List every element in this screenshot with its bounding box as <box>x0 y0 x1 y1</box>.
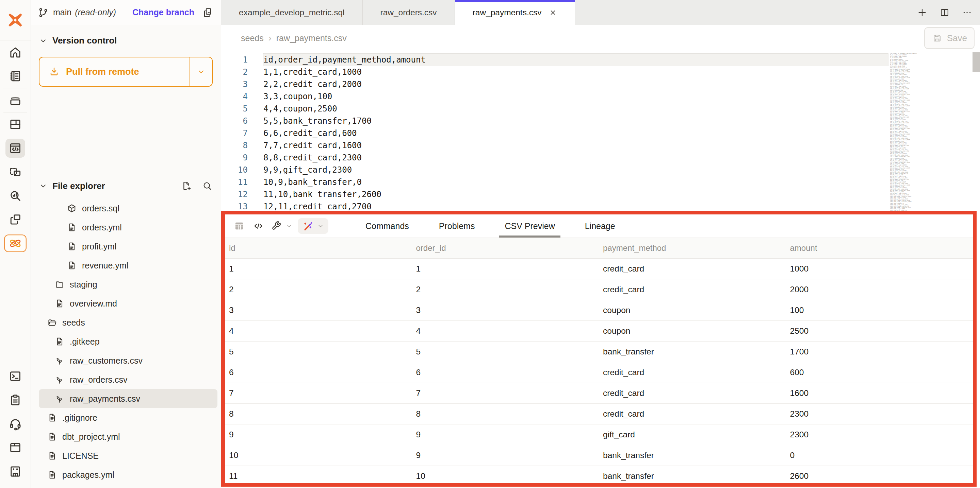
line-number: 3 <box>221 79 248 89</box>
sidebar: main (read-only) Change branch Version c… <box>30 0 221 488</box>
editor-tab-raw_orders.csv[interactable]: raw_orders.csv <box>363 0 455 25</box>
panel-tool-table[interactable] <box>230 217 249 236</box>
pull-from-remote-button[interactable]: Pull from remote <box>39 57 213 87</box>
code-line-8[interactable]: 87,7,credit_card,1600 <box>221 139 888 152</box>
minimap[interactable]: id,order_id,payment_method,amount1,1,cre… <box>890 53 917 211</box>
rail-item-notebook[interactable] <box>3 64 27 88</box>
file-item-staging[interactable]: staging <box>39 275 218 294</box>
code-line-12[interactable]: 1211,10,bank_transfer,2600 <box>221 188 888 201</box>
line-number: 6 <box>221 116 248 126</box>
code-line-1[interactable]: 1id,order_id,payment_method,amount <box>221 54 888 66</box>
dbt-x-logo-icon <box>6 11 24 29</box>
code-line-7[interactable]: 76,6,credit_card,600 <box>221 127 888 139</box>
rail-item-home[interactable] <box>3 40 27 64</box>
file-item-raw_orders.csv[interactable]: raw_orders.csv <box>39 370 218 389</box>
rail-item-inbox-drawer[interactable] <box>3 88 27 112</box>
branch-bar: main (read-only) Change branch <box>30 0 221 25</box>
more-options-button[interactable] <box>962 7 972 18</box>
line-text: 12,11,credit_card,2700 <box>263 201 888 211</box>
panel-tool-code-tag[interactable] <box>249 217 268 236</box>
line-number: 9 <box>221 153 248 162</box>
code-line-6[interactable]: 65,5,bank_transfer,1700 <box>221 115 888 127</box>
new-tab-button[interactable] <box>917 7 928 18</box>
app-logo[interactable] <box>0 0 30 40</box>
file-item-revenue.yml[interactable]: revenue.yml <box>39 256 218 275</box>
csv-cell: 8 <box>412 409 599 419</box>
copy-branch-button[interactable] <box>202 7 213 18</box>
tab-label: raw_payments.csv <box>473 8 542 17</box>
rail-item-browser-window[interactable] <box>3 436 27 459</box>
pull-options-dropdown[interactable] <box>189 57 212 86</box>
file-item-packages.yml[interactable]: packages.yml <box>39 465 218 484</box>
split-editor-button[interactable] <box>939 7 950 18</box>
panel-tab-Commands[interactable]: Commands <box>350 214 424 238</box>
save-button[interactable]: Save <box>924 27 975 49</box>
chevron-down-icon[interactable] <box>39 181 48 190</box>
code-editor[interactable]: 1id,order_id,payment_method,amount21,1,c… <box>221 51 980 211</box>
csv-cell: 1 <box>225 264 412 274</box>
file-item-raw_customers.csv[interactable]: raw_customers.csv <box>39 351 218 370</box>
main-area: example_develop_metric.sqlraw_orders.csv… <box>221 0 980 488</box>
line-number: 7 <box>221 128 248 138</box>
line-text: 6,6,credit_card,600 <box>263 127 888 139</box>
csv-cell: bank_transfer <box>599 451 786 460</box>
editor-tab-example_develop_metric.sql[interactable]: example_develop_metric.sql <box>221 0 363 25</box>
file-explorer-title: File explorer <box>52 181 105 191</box>
file-item-.gitkeep[interactable]: .gitkeep <box>39 332 218 351</box>
rail-item-atom[interactable] <box>3 231 27 255</box>
rail-item-terminal[interactable] <box>3 364 27 388</box>
file-item-dbt_project.yml[interactable]: dbt_project.yml <box>39 427 218 446</box>
rail-item-windows[interactable] <box>3 208 27 231</box>
close-tab-icon[interactable] <box>549 8 557 17</box>
rail-item-building[interactable] <box>3 459 27 483</box>
file-item-.gitignore[interactable]: .gitignore <box>39 408 218 427</box>
breadcrumb-separator: › <box>269 33 272 43</box>
file-doc-icon <box>67 241 77 252</box>
code-line-9[interactable]: 98,8,credit_card,2300 <box>221 152 888 164</box>
change-branch-link[interactable]: Change branch <box>132 8 194 17</box>
rail-item-selection-frame[interactable] <box>3 160 27 184</box>
line-text: 2,2,credit_card,2000 <box>263 78 888 90</box>
panel-tab-Problems[interactable]: Problems <box>424 214 490 238</box>
editor-scrollbar-thumb[interactable] <box>972 52 980 72</box>
editor-tab-raw_payments.csv[interactable]: raw_payments.csv <box>455 0 575 25</box>
file-item-profit.yml[interactable]: profit.yml <box>39 237 218 256</box>
panel-tool-wrench[interactable] <box>270 220 293 232</box>
code-line-10[interactable]: 109,9,gift_card,2300 <box>221 164 888 176</box>
file-item-raw_payments.csv[interactable]: raw_payments.csv <box>39 389 218 408</box>
panel-tab-CSV Preview[interactable]: CSV Preview <box>490 214 570 238</box>
file-item-seeds[interactable]: seeds <box>39 313 218 332</box>
csv-cell: 5 <box>225 347 412 356</box>
file-item-overview.md[interactable]: overview.md <box>39 294 218 313</box>
file-item-orders.yml[interactable]: orders.yml <box>39 218 218 237</box>
panel-tool-magic-wand[interactable] <box>298 218 328 234</box>
inbox-drawer-icon <box>8 93 22 108</box>
rail-item-clipboard[interactable] <box>3 388 27 412</box>
file-item-LICENSE[interactable]: LICENSE <box>39 446 218 465</box>
file-item-label: raw_customers.csv <box>70 356 143 366</box>
rail-item-headset[interactable] <box>3 412 27 436</box>
code-line-5[interactable]: 54,4,coupon,2500 <box>221 103 888 115</box>
code-line-11[interactable]: 1110,9,bank_transfer,0 <box>221 176 888 188</box>
code-line-4[interactable]: 43,3,coupon,100 <box>221 90 888 103</box>
chevron-down-icon[interactable] <box>39 36 48 45</box>
file-item-label: raw_orders.csv <box>70 375 127 385</box>
search-files-button[interactable] <box>202 181 213 191</box>
code-line-13[interactable]: 1312,11,credit_card,2700 <box>221 201 888 211</box>
tabbar-actions <box>917 0 980 25</box>
code-line-2[interactable]: 21,1,credit_card,1000 <box>221 66 888 78</box>
rail-item-layout-grid[interactable] <box>3 112 27 136</box>
panel-tab-Lineage[interactable]: Lineage <box>570 214 630 238</box>
rail-item-code-editor[interactable] <box>3 136 27 160</box>
ellipsis-icon <box>962 7 972 18</box>
csv-cell: 9 <box>412 430 599 439</box>
new-file-button[interactable] <box>181 181 192 191</box>
line-number: 11 <box>221 177 248 187</box>
csv-cell: 3 <box>225 306 412 315</box>
file-item-orders.sql[interactable]: orders.sql <box>39 199 218 218</box>
windows-icon <box>8 212 22 227</box>
code-line-3[interactable]: 32,2,credit_card,2000 <box>221 78 888 90</box>
csv-row-7: 77credit_card1600 <box>225 383 973 404</box>
rail-item-search-insights[interactable] <box>3 184 27 208</box>
breadcrumb-folder[interactable]: seeds <box>241 33 264 43</box>
